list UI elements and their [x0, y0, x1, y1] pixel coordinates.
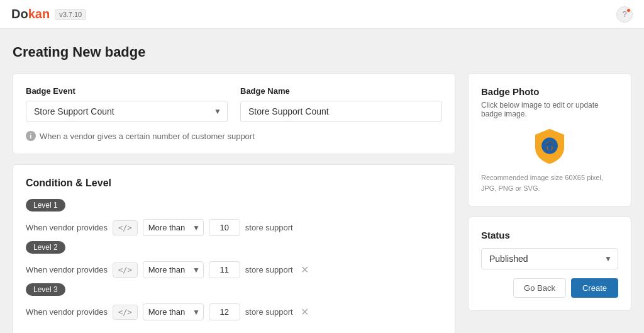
top-navigation: Dokan v3.7.10 ? — [0, 0, 644, 29]
go-back-button[interactable]: Go Back — [513, 278, 566, 298]
level-3-badge: Level 3 — [26, 283, 65, 296]
status-title: Status — [481, 230, 618, 240]
level-3-code-tag: </> — [113, 305, 138, 320]
notification-dot — [626, 8, 631, 13]
level-3-condition-row: When vendor provides </> More than Less … — [26, 303, 442, 320]
badge-photo-description: Click below image to edit or update badg… — [481, 101, 618, 118]
level-1-suffix: store support — [245, 223, 293, 232]
condition-section-title: Condition & Level — [26, 178, 442, 189]
level-3-remove-button[interactable]: ✕ — [298, 306, 311, 318]
badge-event-select-wrapper: Store Support Count Product Count Order … — [26, 101, 228, 122]
status-select-wrapper: Published Draft ▼ — [481, 248, 618, 269]
badge-name-label: Badge Name — [240, 86, 442, 96]
badge-event-select[interactable]: Store Support Count Product Count Order … — [26, 101, 228, 122]
info-icon: i — [26, 131, 36, 141]
level-2-badge: Level 2 — [26, 241, 65, 254]
level-1-code-tag: </> — [113, 220, 138, 235]
status-select[interactable]: Published Draft — [481, 248, 618, 269]
level-1-badge: Level 1 — [26, 199, 65, 212]
level-1-section: Level 1 When vendor provides </> More th… — [26, 199, 442, 236]
badge-fields: Badge Event Store Support Count Product … — [26, 86, 442, 122]
logo-area: Dokan v3.7.10 — [11, 7, 86, 21]
content-grid: Badge Event Store Support Count Product … — [13, 73, 631, 333]
badge-photo-image[interactable]: 🎧 — [481, 127, 618, 165]
badge-photo-card: Badge Photo Click below image to edit or… — [468, 73, 631, 206]
level-2-suffix: store support — [245, 265, 293, 274]
logo: Dokan — [11, 7, 50, 21]
right-column: Badge Photo Click below image to edit or… — [468, 73, 631, 333]
level-2-section: Level 2 When vendor provides </> More th… — [26, 241, 442, 278]
badge-name-field: Badge Name — [240, 86, 442, 122]
level-3-condition-select[interactable]: More than Less than Equal to — [143, 303, 204, 320]
status-actions: Go Back Create — [481, 278, 618, 298]
badge-event-card: Badge Event Store Support Count Product … — [13, 73, 455, 154]
info-text: When a vendor gives a certain number of … — [40, 132, 255, 141]
level-3-suffix: store support — [245, 307, 293, 317]
version-badge: v3.7.10 — [55, 9, 86, 20]
level-3-condition-select-wrapper: More than Less than Equal to ▼ — [143, 303, 204, 320]
level-2-condition-select[interactable]: More than Less than Equal to — [143, 261, 204, 278]
level-1-condition-select[interactable]: More than Less than Equal to — [143, 219, 204, 236]
level-2-remove-button[interactable]: ✕ — [298, 264, 311, 276]
level-2-condition-row: When vendor provides </> More than Less … — [26, 261, 442, 278]
create-button[interactable]: Create — [571, 278, 618, 298]
badge-photo-note: Recommended image size 60X65 pixel, JPG,… — [481, 172, 618, 193]
status-card: Status Published Draft ▼ Go Back Create — [468, 217, 631, 311]
level-2-condition-select-wrapper: More than Less than Equal to ▼ — [143, 261, 204, 278]
level-1-condition-row: When vendor provides </> More than Less … — [26, 219, 442, 236]
level-1-when-label: When vendor provides — [26, 223, 108, 232]
badge-event-field: Badge Event Store Support Count Product … — [26, 86, 228, 122]
level-2-code-tag: </> — [113, 262, 138, 278]
level-1-condition-select-wrapper: More than Less than Equal to ▼ — [143, 219, 204, 236]
badge-photo-title: Badge Photo — [481, 86, 618, 97]
level-2-when-label: When vendor provides — [26, 265, 108, 274]
left-column: Badge Event Store Support Count Product … — [13, 73, 455, 333]
help-button[interactable]: ? — [616, 6, 633, 23]
badge-event-label: Badge Event — [26, 86, 228, 96]
level-3-when-label: When vendor provides — [26, 307, 108, 317]
badge-shield-svg: 🎧 — [531, 127, 569, 165]
level-3-section: Level 3 When vendor provides </> More th… — [26, 283, 442, 320]
svg-text:🎧: 🎧 — [545, 141, 555, 151]
main-content: Creating New badge Badge Event Store Sup… — [0, 29, 644, 333]
level-2-number-input[interactable] — [209, 261, 240, 278]
page-title: Creating New badge — [13, 44, 631, 60]
badge-name-input[interactable] — [240, 101, 442, 122]
condition-level-card: Condition & Level Level 1 When vendor pr… — [13, 164, 455, 333]
info-row: i When a vendor gives a certain number o… — [26, 131, 442, 141]
level-1-number-input[interactable] — [209, 219, 240, 236]
level-3-number-input[interactable] — [209, 303, 240, 320]
